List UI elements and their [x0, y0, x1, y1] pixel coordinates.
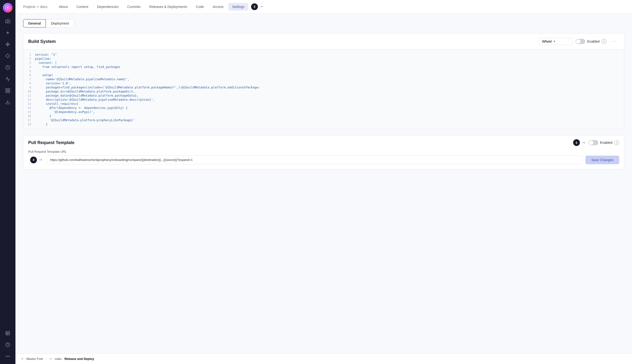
save-changes-button[interactable]: Save Changes — [585, 156, 619, 164]
step-4-badge: 4 — [30, 156, 37, 163]
svg-point-25 — [8, 356, 8, 357]
collapse-icon[interactable]: − — [609, 37, 619, 46]
tab-about[interactable]: About — [55, 3, 72, 10]
table-icon[interactable] — [3, 328, 13, 338]
pr-url-input[interactable] — [47, 156, 582, 164]
step-3-badge: 3 — [573, 139, 580, 146]
main-area: Projects > docs About Content Dependenci… — [16, 0, 632, 364]
svg-point-7 — [9, 44, 10, 44]
tab-commits[interactable]: Commits — [123, 3, 144, 10]
code-line-18: 18 } — [23, 122, 624, 126]
code-line-9: 9 packages=find_packages(include=('@{bui… — [23, 85, 624, 89]
step3-arrow: → — [581, 140, 586, 145]
step4-group: 4 → — [28, 156, 43, 163]
download-icon[interactable] — [3, 97, 13, 107]
svg-point-2 — [7, 21, 9, 22]
tab-access[interactable]: Access — [209, 3, 227, 10]
svg-rect-18 — [6, 332, 10, 335]
svg-point-8 — [7, 45, 8, 46]
build-system-header: Build System Wheel ▾ Enabled i − — [23, 34, 624, 50]
build-system-toggle[interactable] — [575, 39, 585, 44]
step3-group: 3 → — [571, 139, 586, 146]
pull-request-toggle-wrap: Enabled i — [589, 140, 619, 145]
code-line-14: 14 @for(dependency <- dependencies.pypiO… — [23, 106, 624, 110]
content-area: General Deployment Build System Wheel ▾ … — [16, 14, 632, 354]
breadcrumb-current: docs — [40, 5, 48, 9]
code-block: 1 version: "1" 2 pipeline: 3 content: | … — [23, 50, 624, 129]
code-line-12: 12 description='@{buildMetadata.pipeline… — [23, 98, 624, 102]
step4-arrow: → — [38, 157, 43, 162]
tab-code[interactable]: Code — [192, 3, 208, 10]
camera-icon[interactable] — [3, 16, 13, 26]
tab-content[interactable]: Content — [73, 3, 92, 10]
svg-rect-13 — [6, 89, 8, 90]
code-line-17: 17 '@{buildMetadata.platform.prophecyLib… — [23, 118, 624, 122]
code-line-1: 1 version: "1" — [23, 52, 624, 56]
step-arrow: ← — [260, 4, 264, 9]
nodes-icon[interactable] — [3, 86, 13, 96]
pull-request-toggle-label: Enabled — [600, 141, 612, 144]
svg-point-6 — [7, 43, 8, 43]
plus-icon[interactable] — [3, 28, 13, 38]
code-line-11: 11 package_data=@{buildMetadata.platform… — [23, 94, 624, 98]
app-logo[interactable] — [3, 3, 13, 12]
fork-icon: ⑂ — [21, 357, 23, 361]
svg-marker-11 — [6, 54, 10, 58]
code-line-7: 7 name='@{buildMetadata.pipelineMetadata… — [23, 77, 624, 81]
code-line-8: 8 version='1.0', — [23, 81, 624, 85]
subtab-deployment[interactable]: Deployment — [46, 19, 74, 28]
more-icon[interactable] — [3, 352, 13, 361]
action-label[interactable]: Release and Deploy — [64, 357, 94, 361]
svg-rect-16 — [8, 91, 10, 93]
svg-rect-14 — [8, 89, 10, 90]
build-system-section: Build System Wheel ▾ Enabled i − 1 — [23, 33, 624, 129]
build-system-title: Build System — [28, 39, 56, 44]
build-system-toggle-wrap: Enabled i — [575, 39, 606, 44]
branch-icon: ⑂ — [50, 357, 52, 361]
clock-icon[interactable] — [3, 63, 13, 72]
svg-rect-15 — [6, 91, 8, 93]
sidebar — [0, 0, 16, 364]
activity-icon[interactable] — [3, 74, 13, 84]
pr-url-label: Pull Request Template URL — [28, 150, 619, 154]
code-line-3: 3 content: | — [23, 61, 624, 65]
tab-dependencies[interactable]: Dependencies — [93, 3, 123, 10]
pull-request-section: Pull Request Template 3 → Enabled i Pull… — [23, 135, 624, 169]
step-2-badge: 2 — [251, 3, 258, 10]
breadcrumb: Projects > docs — [23, 5, 47, 9]
master-fork-label: Master Fork — [26, 357, 43, 361]
question-icon[interactable] — [3, 340, 13, 350]
diamond-icon[interactable] — [3, 51, 13, 61]
subtabs: General Deployment — [23, 19, 624, 28]
svg-point-26 — [9, 356, 10, 357]
code-line-5: 5 — [23, 69, 624, 73]
subtab-general[interactable]: General — [23, 19, 46, 28]
code-line-13: 13 install_requires=[ — [23, 102, 624, 106]
build-system-info-icon[interactable]: i — [602, 39, 606, 44]
pull-request-title: Pull Request Template — [28, 140, 75, 145]
branch-label: main — [55, 357, 62, 361]
pull-request-body: Pull Request Template URL 4 → Save Chang… — [23, 150, 624, 169]
tab-releases[interactable]: Releases & Deployments — [145, 3, 191, 10]
pull-request-header: Pull Request Template 3 → Enabled i — [23, 136, 624, 150]
pull-request-info-icon[interactable]: i — [614, 140, 619, 145]
build-system-dropdown[interactable]: Wheel ▾ — [539, 38, 573, 45]
pull-request-controls: 3 → Enabled i — [571, 139, 619, 146]
pull-request-toggle[interactable] — [589, 140, 598, 145]
code-line-6: 6 setup( — [23, 73, 624, 77]
breadcrumb-separator: > — [37, 5, 39, 9]
top-navigation: Projects > docs About Content Dependenci… — [16, 0, 632, 14]
bottom-separator: : — [46, 357, 47, 361]
build-system-toggle-label: Enabled — [587, 40, 599, 43]
svg-point-24 — [6, 356, 7, 357]
breadcrumb-projects[interactable]: Projects — [23, 5, 36, 9]
code-line-2: 2 pipeline: — [23, 56, 624, 61]
code-line-10: 10 package_dir=@{buildMetadata.platform.… — [23, 89, 624, 94]
graph-icon[interactable] — [3, 40, 13, 49]
tab-settings[interactable]: Settings — [229, 3, 249, 10]
pr-url-row: 4 → Save Changes — [28, 156, 619, 164]
code-line-4: 4 from setuptools import setup, find_pac… — [23, 65, 624, 69]
dropdown-arrow-icon: ▾ — [554, 40, 555, 43]
svg-point-1 — [7, 7, 9, 8]
build-system-controls: Wheel ▾ Enabled i − — [539, 37, 619, 46]
